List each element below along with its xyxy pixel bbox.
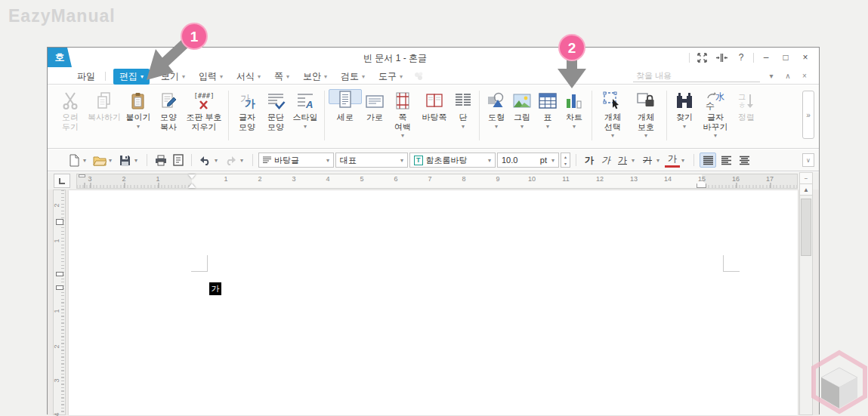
font-size-stepper[interactable]: ▴ ▾ [561,153,570,168]
menu-page[interactable]: 쪽▾ [267,69,296,85]
app-logo-tab[interactable]: 호 [48,48,72,67]
scrollbar-thumb[interactable] [801,199,811,256]
underline-button[interactable]: 가 [615,153,630,168]
maximize-button[interactable]: □ [778,51,793,64]
find-dropdown-icon[interactable]: ▾ [766,72,777,80]
indent-marker-bottom[interactable] [188,183,196,188]
top-margin-marker[interactable] [56,219,63,225]
chevron-down-icon: ▾ [400,157,403,164]
shapes-button[interactable]: 도형 ▾ [483,89,509,130]
chart-button[interactable]: 차트 ▾ [561,89,588,130]
portrait-button[interactable]: 세로 [329,89,362,104]
divider [479,91,480,140]
align-justify-button[interactable] [700,153,716,168]
ribbon-expand-button[interactable]: » [802,91,814,139]
copy-icon [95,90,113,112]
chevron-down-icon[interactable]: ▾ [109,157,116,164]
new-document-button[interactable] [66,153,82,168]
chevron-down-icon[interactable]: ▾ [656,157,663,164]
split-handle[interactable]: − [800,173,812,184]
style-button[interactable]: A 스타일 ▾ [290,89,320,130]
font-type-icon: T [414,156,423,165]
strikethrough-button[interactable]: 가 [640,153,655,168]
menu-review[interactable]: 검토▾ [334,69,372,85]
char-shape-button[interactable]: 가가 글자 모양 [233,89,261,132]
chevron-down-icon[interactable]: ▾ [83,157,90,164]
para-style-icon [263,156,271,164]
chevron-down-icon[interactable]: ▾ [134,157,141,164]
replace-text-icon: 수水 [705,90,726,112]
font-color-button[interactable]: 가 [665,153,680,168]
paragraph-style-select[interactable]: 바탕글 ▾ [258,153,334,168]
close-button[interactable]: × [798,51,813,64]
open-button[interactable] [91,153,107,168]
page-margins-button[interactable]: 쪽 여백▾ [388,89,418,139]
align-left-button[interactable] [718,153,734,168]
landscape-button[interactable]: 가로 [362,89,388,122]
font-select[interactable]: T 함초롬바탕 ▾ [409,153,496,168]
font-size-select[interactable]: 10.0 pt ▾ [497,153,559,168]
divider [576,154,576,166]
indent-marker-top[interactable] [188,174,196,179]
split-view-icon[interactable] [714,51,729,64]
horizontal-ruler[interactable]: 3 2 1 1 2 3 4 5 6 7 8 9 10 11 12 13 14 1… [76,174,798,189]
minimize-button[interactable]: – [758,51,774,64]
save-button[interactable] [117,153,133,168]
text-cursor-block[interactable]: 가 [209,282,221,295]
spin-down-icon[interactable]: ▾ [561,160,570,167]
para-shape-button[interactable]: 문단 모양 [261,89,290,132]
menu-file[interactable]: 파일 [70,69,102,85]
table-button[interactable]: 표 ▾ [535,89,561,130]
close-find-icon[interactable]: × [799,72,810,80]
chevron-down-icon: ▾ [714,132,717,139]
chevron-down-icon: ▾ [495,123,498,130]
erase-control-codes-button[interactable]: [###] 조판 부호 지우기 [184,89,224,132]
fullscreen-icon[interactable] [694,51,709,64]
format-bar-expand-button[interactable]: ∨ [802,153,814,167]
menu-tools[interactable]: 도구▾ [372,69,409,85]
document-page[interactable]: 가 [69,190,798,415]
landscape-page-icon [365,90,385,112]
header-marker[interactable] [56,272,63,276]
replace-text-button[interactable]: 수水 글자 바꾸기▾ [698,89,733,139]
text-area-corner-mark [723,255,740,272]
find-button[interactable]: 찾기 ▾ [671,89,698,130]
copy-format-button[interactable]: 모양 복사 [153,89,184,132]
cut-button: 오려 두기 [55,89,85,132]
spin-up-icon[interactable]: ▴ [561,153,570,160]
columns-button[interactable]: 단 ▾ [451,89,475,130]
scroll-up-button[interactable]: ▲ [800,184,812,196]
chevron-down-icon[interactable]: ▾ [681,157,688,164]
divider [693,154,694,166]
divider [324,91,325,140]
scissors-icon [61,90,79,112]
align-center-button[interactable] [736,153,752,168]
first-line-indent-marker[interactable] [79,174,85,177]
style-preset-select[interactable]: 대표 ▾ [335,153,408,168]
italic-button[interactable]: 가 [598,153,613,168]
menu-security[interactable]: 보안▾ [296,69,334,85]
print-button[interactable] [153,153,168,168]
master-page-button[interactable]: 바탕쪽 [418,89,451,122]
portrait-page-icon [336,90,354,109]
chevron-down-icon: ▾ [488,157,491,164]
menu-format[interactable]: 서식▾ [230,69,267,85]
bold-button[interactable]: 가 [582,153,597,168]
help-button[interactable]: ? [734,51,749,64]
collapse-ribbon-icon[interactable]: ∧ [783,72,793,80]
chevron-down-icon[interactable]: ▾ [632,157,638,164]
undo-button[interactable] [197,153,213,168]
style-icon: A [295,90,315,112]
text-top-marker[interactable] [56,285,63,290]
chevron-down-icon[interactable]: ▾ [215,157,221,164]
divider [105,72,106,81]
preview-button[interactable] [170,153,186,168]
object-select-button[interactable]: 개체 선택▾ [596,89,629,139]
find-input[interactable] [633,69,760,82]
tab-type-selector[interactable] [54,174,70,188]
object-protect-button[interactable]: 개체 보호▾ [629,89,663,139]
picture-button[interactable]: 그림 ▾ [509,89,535,130]
chevron-down-icon: ▾ [611,132,614,139]
vertical-ruler[interactable]: 2 1 1 2 3 4 [53,190,66,415]
paste-button[interactable]: 붙이기 ▾ [123,89,153,130]
